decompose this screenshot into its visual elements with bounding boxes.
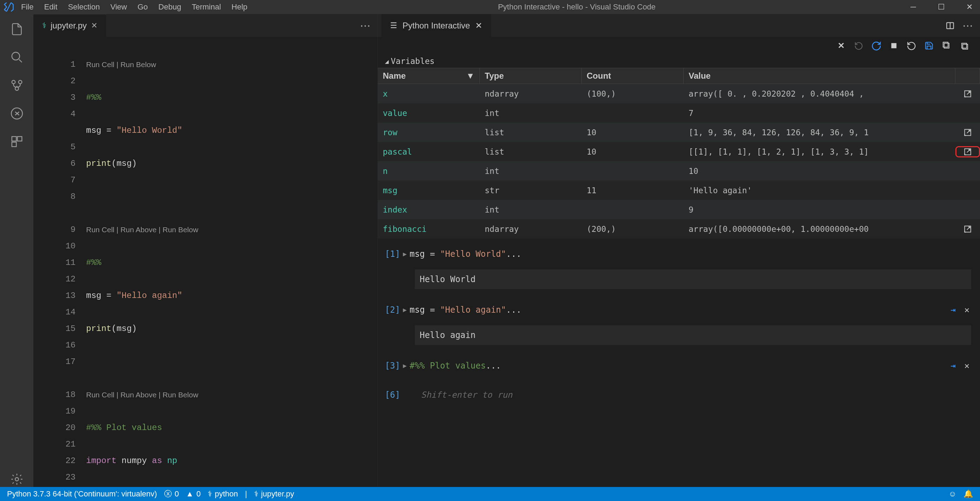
menu-view[interactable]: View: [110, 2, 127, 12]
goto-icon[interactable]: ⇥: [950, 301, 955, 318]
cell-input[interactable]: [2]▶msg = "Hello again"...⇥✕: [385, 301, 980, 318]
variable-row[interactable]: fibonaccindarray(200,)array([0.00000000e…: [378, 219, 980, 239]
variables-table-header: Name ▼ Type Count Value: [378, 68, 980, 84]
col-name[interactable]: Name ▼: [378, 68, 480, 84]
variable-row[interactable]: xndarray(100,)array([ 0. , 0.2020202 , 0…: [378, 84, 980, 103]
minimize-button[interactable]: ─: [906, 2, 920, 12]
status-python-version[interactable]: Python 3.7.3 64-bit ('Continuum': virtua…: [7, 489, 157, 499]
close-icon[interactable]: ✕: [475, 21, 482, 30]
main-menu: File Edit Selection View Go Debug Termin…: [21, 2, 247, 12]
save-icon[interactable]: [924, 40, 934, 51]
status-language[interactable]: ⚕ python: [208, 489, 238, 499]
col-type[interactable]: Type: [480, 68, 582, 84]
menu-edit[interactable]: Edit: [44, 2, 57, 12]
maximize-button[interactable]: ☐: [934, 2, 948, 12]
vscode-logo-icon: [3, 2, 14, 12]
goto-icon[interactable]: ⇥: [950, 357, 955, 374]
codelens[interactable]: Run Cell | Run Below: [86, 56, 377, 73]
expand-variable-icon[interactable]: [955, 225, 980, 234]
search-icon[interactable]: [9, 49, 25, 65]
var-value: 'Hello again': [684, 186, 955, 195]
extensions-icon[interactable]: [9, 133, 25, 149]
close-icon[interactable]: ✕: [91, 21, 97, 30]
menu-file[interactable]: File: [21, 2, 33, 12]
menu-debug[interactable]: Debug: [159, 2, 181, 12]
feedback-icon[interactable]: ☺: [949, 489, 956, 499]
cell-input[interactable]: [1]▶msg = "Hello World"...: [385, 246, 980, 262]
variable-row[interactable]: msgstr11'Hello again': [378, 181, 980, 200]
notifications-icon[interactable]: 🔔: [964, 489, 973, 499]
variable-row[interactable]: rowlist10[1, 9, 36, 84, 126, 126, 84, 36…: [378, 123, 980, 142]
svg-point-2: [18, 80, 22, 84]
expand-icon[interactable]: ▶: [403, 246, 407, 262]
delete-cell-icon[interactable]: ✕: [964, 357, 969, 374]
codelens[interactable]: Run Cell | Run Above | Run Below: [86, 387, 377, 403]
editor-group: ⚕ jupyter.py ✕ ⋯ 1234 5678 9101112131415…: [33, 14, 378, 487]
more-actions-icon[interactable]: ⋯: [963, 21, 973, 31]
var-value: array([ 0. , 0.2020202 , 0.4040404 ,: [684, 89, 955, 98]
interactive-group: ☰ Python Interactive ✕ ⋯ ✕ ◢ Variables: [378, 14, 980, 487]
expand-icon[interactable]: ▶: [403, 357, 407, 374]
cell-input[interactable]: [3]▶#%% Plot values...⇥✕: [385, 357, 980, 374]
variable-row[interactable]: valueint7: [378, 103, 980, 123]
var-type: list: [480, 128, 582, 137]
interactive-toolbar: ✕: [378, 37, 980, 54]
expand-variable-icon[interactable]: [955, 146, 980, 157]
cancel-icon[interactable]: ✕: [836, 40, 846, 51]
code-editor[interactable]: 1234 5678 91011121314151617 181920212223…: [33, 37, 377, 487]
svg-rect-7: [11, 142, 16, 146]
close-button[interactable]: ✕: [963, 2, 977, 12]
undo-icon[interactable]: [871, 40, 881, 51]
var-type: str: [480, 186, 582, 195]
tab-python-interactive[interactable]: ☰ Python Interactive ✕: [381, 14, 491, 37]
cell-code: #%% Plot values...: [409, 357, 501, 374]
status-errors[interactable]: ⓧ 0: [164, 489, 179, 499]
variable-row[interactable]: pascallist10[[1], [1, 1], [1, 2, 1], [1,…: [378, 142, 980, 161]
cell-output: Hello again: [415, 325, 971, 345]
status-file[interactable]: ⚕ jupyter.py: [254, 489, 294, 499]
var-count: 11: [582, 186, 684, 195]
code-line: #%%: [86, 93, 101, 102]
svg-point-8: [15, 477, 19, 481]
menu-terminal[interactable]: Terminal: [192, 2, 221, 12]
more-actions-icon[interactable]: ⋯: [360, 19, 371, 32]
variable-row[interactable]: nint10: [378, 161, 980, 181]
menu-go[interactable]: Go: [137, 2, 148, 12]
settings-icon[interactable]: [9, 471, 25, 487]
tab-label: Python Interactive: [402, 21, 470, 30]
interrupt-icon[interactable]: [889, 40, 899, 51]
var-type: ndarray: [480, 225, 582, 234]
menu-selection[interactable]: Selection: [68, 2, 100, 12]
var-value: array([0.00000000e+00, 1.00000000e+00: [684, 225, 955, 234]
cell-prompt: [6]: [385, 387, 400, 403]
collapse-all-icon[interactable]: [959, 40, 969, 51]
var-value: 10: [684, 166, 955, 176]
explorer-icon[interactable]: [9, 21, 25, 37]
editor-tabs: ⚕ jupyter.py ✕ ⋯: [33, 14, 377, 37]
var-name: pascal: [378, 147, 480, 156]
status-warnings[interactable]: ▲ 0: [186, 489, 201, 499]
restart-icon[interactable]: [906, 40, 917, 51]
codelens[interactable]: Run Cell | Run Above | Run Below: [86, 221, 377, 238]
menu-help[interactable]: Help: [232, 2, 247, 12]
redo-icon[interactable]: [853, 40, 864, 51]
expand-icon[interactable]: ▶: [403, 301, 407, 318]
variables-table: Name ▼ Type Count Value xndarray(100,)ar…: [378, 68, 980, 239]
col-value[interactable]: Value: [684, 68, 955, 84]
expand-variable-icon[interactable]: [955, 89, 980, 98]
expand-all-icon[interactable]: [941, 40, 952, 51]
collapse-triangle-icon[interactable]: ◢: [385, 58, 389, 65]
delete-cell-icon[interactable]: ✕: [964, 301, 969, 318]
source-control-icon[interactable]: [9, 77, 25, 93]
split-editor-icon[interactable]: [945, 21, 955, 31]
debug-icon[interactable]: [9, 105, 25, 121]
code-content[interactable]: Run Cell | Run Below #%% msg = "Hello Wo…: [86, 40, 377, 487]
expand-variable-icon[interactable]: [955, 128, 980, 137]
col-count[interactable]: Count: [582, 68, 684, 84]
interactive-cells: [1]▶msg = "Hello World"...Hello World[2]…: [378, 239, 980, 487]
tab-jupyter[interactable]: ⚕ jupyter.py ✕: [33, 14, 106, 37]
cell-prompt: [1]: [385, 246, 400, 262]
variable-row[interactable]: indexint9: [378, 200, 980, 219]
variables-header[interactable]: ◢ Variables: [378, 54, 980, 68]
var-name: value: [378, 109, 480, 118]
